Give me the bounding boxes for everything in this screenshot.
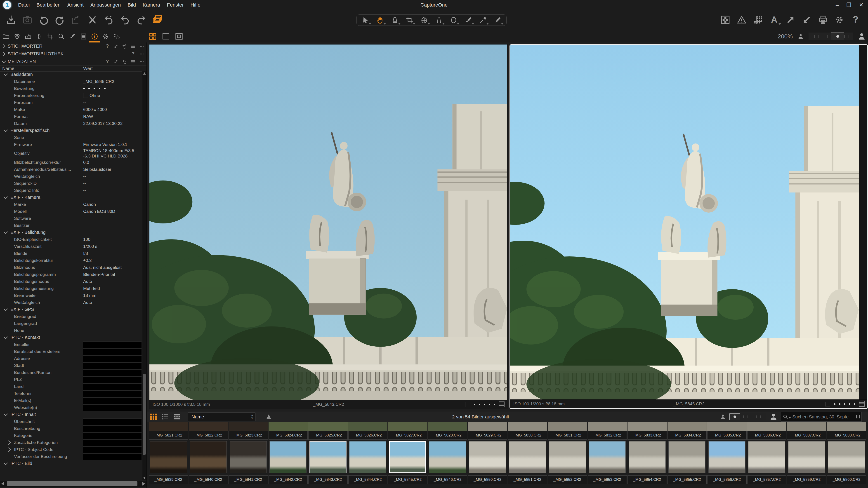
metadata-input[interactable]: [83, 341, 142, 348]
value-column-header[interactable]: Wert: [83, 66, 93, 71]
help-icon[interactable]: [105, 59, 110, 64]
metadata-row[interactable]: Weißabgleich --: [0, 173, 143, 180]
pick-color-tool-caret-icon[interactable]: [486, 23, 489, 25]
file-label[interactable]: _MG_5854.CR2: [627, 475, 667, 484]
panel-stichw-rter[interactable]: STICHWÖRTER: [0, 42, 147, 50]
tab-exposure[interactable]: [24, 30, 33, 43]
tab-details[interactable]: [57, 30, 66, 43]
metadata-row[interactable]: Blitzmodus Aus, nicht ausgelöst: [0, 264, 143, 271]
metadata-input[interactable]: [83, 404, 142, 411]
metadata-row[interactable]: Farbmarkierung Ohne: [0, 92, 143, 99]
thumbnail-cell[interactable]: [228, 440, 268, 475]
thumbnail-size-slider[interactable]: [729, 414, 766, 420]
thumbnail-cell[interactable]: [388, 440, 428, 475]
undo-button[interactable]: [120, 15, 130, 25]
file-label[interactable]: _MG_5856.CR2: [707, 475, 747, 484]
thumbnail-sliver[interactable]: [348, 422, 388, 431]
color-tag-checkbox[interactable]: [83, 93, 88, 98]
metadata-row[interactable]: Belichtungsmessung Mehrfeld: [0, 285, 143, 292]
thumbnail-cell[interactable]: [149, 440, 188, 475]
menu-kamera[interactable]: Kamera: [143, 2, 160, 8]
metadata-input[interactable]: [83, 390, 142, 397]
help-icon[interactable]: [105, 44, 110, 49]
sort-direction-icon[interactable]: [266, 414, 271, 419]
metadata-row[interactable]: Land: [0, 383, 143, 390]
metadata-input[interactable]: [83, 348, 142, 355]
metadata-section[interactable]: IPTC - Bild: [0, 460, 143, 467]
metadata-row[interactable]: Bewertung: [0, 85, 143, 92]
thumbnail-sliver[interactable]: [189, 422, 228, 431]
metadata-row[interactable]: Verschlusszeit 1/200 s: [0, 243, 143, 250]
thumbnail-cell[interactable]: [308, 440, 348, 475]
file-label[interactable]: _MG_5825.CR2: [308, 431, 348, 440]
close-button[interactable]: ✕: [859, 2, 864, 8]
print-button[interactable]: [818, 15, 828, 25]
metadata-row[interactable]: Datum 22.09.2017 13:30:22: [0, 120, 143, 127]
metadata-row[interactable]: Dateiname _MG_5845.CR2: [0, 78, 143, 85]
thumbnail-cell[interactable]: [269, 440, 308, 475]
menu-datei[interactable]: Datei: [18, 2, 30, 8]
menu-bearbeiten[interactable]: Bearbeiten: [36, 2, 60, 8]
file-label[interactable]: _MG_5857.CR2: [747, 475, 786, 484]
thumbnail-sliver[interactable]: [668, 422, 707, 431]
thumbnail-mg-5855-cr2[interactable]: [669, 441, 706, 473]
thumbnail-sliver[interactable]: [627, 422, 667, 431]
thumbnail-mg-5857-cr2[interactable]: [748, 441, 785, 473]
pick-checkbox[interactable]: [825, 402, 830, 406]
metadata-row[interactable]: Zusätzliche Kategorien: [0, 439, 143, 446]
metadata-row[interactable]: Weißabgleich Auto: [0, 299, 143, 306]
input-button[interactable]: [802, 15, 811, 25]
metadata-row[interactable]: Blende f/8: [0, 250, 143, 257]
tab-batch[interactable]: [112, 30, 121, 43]
multi-view-button[interactable]: [152, 15, 163, 25]
thumbnail-cell[interactable]: [189, 440, 228, 475]
thumbnail-sliver[interactable]: [548, 422, 587, 431]
file-label[interactable]: _MG_5855.CR2: [668, 475, 707, 484]
metadata-row[interactable]: Webseite(n): [0, 404, 143, 411]
thumbnail-sliver[interactable]: [787, 422, 827, 431]
file-label[interactable]: _MG_5824.CR2: [269, 431, 308, 440]
file-label[interactable]: _MG_5859.CR2: [787, 475, 827, 484]
metadata-row[interactable]: Maße 6000 x 4000: [0, 106, 143, 113]
panel-chevron-icon[interactable]: [0, 43, 8, 50]
metadata-vertical-scrollbar[interactable]: [142, 71, 147, 480]
metadata-input[interactable]: [83, 355, 142, 362]
file-label[interactable]: _MG_5852.CR2: [548, 475, 587, 484]
file-label[interactable]: _MG_5842.CR2: [269, 475, 308, 484]
file-label[interactable]: _MG_5826.CR2: [348, 431, 388, 440]
file-label[interactable]: _MG_5828.CR2: [428, 431, 467, 440]
select-tool-caret-icon[interactable]: [369, 23, 371, 25]
metadata-input[interactable]: [83, 369, 142, 376]
file-label[interactable]: _MG_5841.CR2: [228, 475, 268, 484]
file-label[interactable]: _MG_5853.CR2: [588, 475, 627, 484]
metadata-row[interactable]: Berufstitel des Erstellers: [0, 348, 143, 355]
file-label[interactable]: _MG_5838.CR2: [827, 431, 866, 440]
menu-anpassungen[interactable]: Anpassungen: [90, 2, 121, 8]
metadata-row[interactable]: Aufnahmemodus/Selbstausl... Selbstauslös…: [0, 166, 143, 173]
rotate-cw-button[interactable]: [55, 15, 65, 25]
thumbnail-mg-5851-cr2[interactable]: [509, 441, 546, 473]
thumbnail-cell[interactable]: [627, 440, 667, 475]
export-button[interactable]: [71, 15, 81, 25]
scroll-down-arrow[interactable]: [143, 477, 146, 479]
thumbnail-mg-5850-cr2[interactable]: [469, 441, 506, 473]
thumbnail-sliver[interactable]: [388, 422, 428, 431]
metadata-row[interactable]: Belichtungskorrektur +0.3: [0, 257, 143, 264]
capture-button[interactable]: [22, 15, 33, 25]
spot-tool-caret-icon[interactable]: [457, 23, 460, 25]
brush-tool-caret-icon[interactable]: [471, 23, 474, 25]
metadata-row[interactable]: Längengrad: [0, 320, 143, 327]
filmstrip-view-button[interactable]: [173, 413, 181, 421]
more-icon[interactable]: [139, 59, 144, 64]
presets-icon[interactable]: [131, 59, 135, 64]
metadata-input[interactable]: [83, 418, 142, 425]
keystone-tool-caret-icon[interactable]: [442, 23, 445, 25]
thumbnail-cell[interactable]: [468, 440, 507, 475]
horizontal-scroll-thumb[interactable]: [7, 481, 137, 486]
zoom-small-person-icon[interactable]: [798, 33, 804, 39]
thumbnail-mg-5860-cr2[interactable]: [828, 441, 865, 473]
file-label[interactable]: _MG_5836.CR2: [747, 431, 786, 440]
thumbnail-cell[interactable]: [827, 440, 866, 475]
loupe-tool-caret-icon[interactable]: [398, 23, 401, 25]
thumbnail-mg-5844-cr2[interactable]: [349, 441, 386, 473]
